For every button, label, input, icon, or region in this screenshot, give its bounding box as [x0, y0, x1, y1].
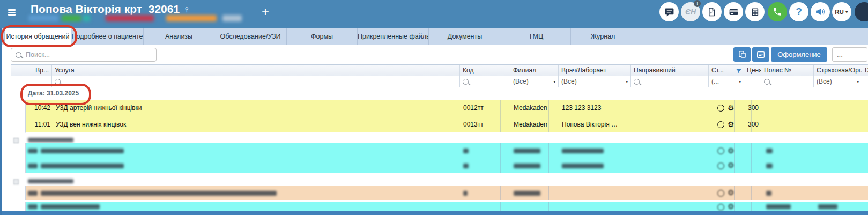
profile-partial-icon[interactable] [855, 2, 868, 21]
column-header-price[interactable]: Цена [744, 65, 761, 76]
tab-documents[interactable]: Документы [429, 28, 501, 45]
chat-icon [664, 7, 674, 17]
cell-price: 300 [736, 100, 759, 116]
table-header-row: Вр... Услуга Код Филиал Врач/Лаборант На… [11, 64, 868, 76]
status-gear-icon[interactable]: ⚙ [728, 116, 735, 132]
filter-time[interactable] [25, 76, 52, 87]
patient-badges-redacted [0, 15, 322, 23]
tab-analyses[interactable]: Анализы [144, 28, 214, 45]
chevron-down-icon: ▾ [739, 77, 741, 87]
status-gear-icon[interactable]: ⚙ [728, 143, 735, 158]
filter-policy[interactable] [761, 76, 814, 87]
column-header-status[interactable]: Ст... [709, 65, 744, 76]
tab-attached-files[interactable]: Прикрепленные файлы [358, 28, 429, 45]
checkout-button[interactable]: Оформление [771, 47, 827, 62]
status-gear-icon[interactable]: ⚙ [728, 202, 735, 211]
phone-button[interactable] [768, 2, 787, 21]
redacted-text [41, 204, 100, 209]
search-icon [764, 79, 770, 85]
status-circle-icon[interactable] [717, 121, 724, 128]
chat-button[interactable] [659, 2, 679, 21]
filter-doctor-dropdown[interactable]: (Все)▾ [559, 76, 631, 87]
tab-forms[interactable]: Формы [287, 28, 358, 45]
redacted-text [463, 149, 469, 153]
pdf-icon [707, 7, 717, 17]
column-header-branch[interactable]: Филиал [510, 65, 559, 76]
filter-status-dropdown[interactable]: (...▾ [709, 76, 744, 87]
date-group-row-redacted[interactable] [11, 176, 868, 186]
search-icon [463, 79, 469, 85]
payment-card-button[interactable] [724, 2, 743, 21]
status-gear-icon[interactable]: ⚙ [728, 186, 735, 200]
status-gear-icon[interactable]: ⚙ [728, 100, 735, 116]
status-circle-icon[interactable] [717, 147, 724, 154]
filter-price[interactable] [744, 76, 761, 87]
filter-funnel-icon[interactable] [736, 67, 742, 76]
table-row-redacted[interactable]: ⚙ [25, 143, 868, 158]
column-header-referrer[interactable]: Направивший [631, 65, 709, 76]
column-header-time[interactable]: Вр... [25, 65, 52, 76]
chevron-down-icon: ▼ [845, 10, 849, 14]
table-row-redacted[interactable]: ⚙ [25, 158, 868, 173]
filter-service[interactable] [52, 76, 460, 87]
filter-branch-dropdown[interactable]: (Все)▾ [510, 76, 559, 87]
filter-branch-value: (Все) [513, 77, 529, 87]
cell-branch: Medakadem [514, 100, 547, 116]
tab-history[interactable]: История обращений [4, 28, 71, 45]
status-gear-icon[interactable]: ⚙ [728, 158, 735, 173]
table-row-redacted[interactable]: ⚙ [25, 202, 868, 211]
collapse-icon[interactable] [13, 138, 19, 143]
filter-code[interactable] [460, 76, 510, 87]
cell-doctor: Попова Вікторія Віталіїв... [562, 116, 619, 132]
more-input[interactable] [832, 47, 867, 62]
redacted-badge [83, 15, 90, 21]
filter-referrer[interactable] [631, 76, 709, 87]
calculator-button[interactable] [745, 2, 765, 21]
collapse-icon[interactable] [13, 179, 19, 184]
column-header-d[interactable]: D [862, 65, 868, 76]
cell-code: 0013тт [463, 116, 498, 132]
redacted-badge [106, 15, 154, 21]
column-header-doctor[interactable]: Врач/Лаборант [559, 65, 631, 76]
add-tab-button[interactable]: + [262, 4, 269, 19]
search-icon [55, 79, 61, 85]
cell-branch: Medakadem [514, 116, 547, 132]
filter-insurer-dropdown[interactable]: (Все)▾ [814, 76, 862, 87]
top-header-bar: Попова Вікторія крт_32061♀ + ЄН ! [0, 0, 868, 28]
cell-doctor: 123 123 3123 [562, 100, 619, 116]
tab-tmc[interactable]: ТМЦ [501, 28, 571, 45]
assistant-logo-icon: ЄН [685, 8, 696, 16]
column-header-service[interactable]: Услуга [52, 65, 460, 76]
cell-service: УЗД артерій нижньої кінцівки [56, 100, 431, 116]
redacted-text [562, 149, 604, 153]
redacted-badge [222, 15, 242, 21]
column-header-policy[interactable]: Полис № [761, 65, 814, 76]
filter-d [862, 76, 868, 87]
status-circle-icon[interactable] [717, 204, 724, 211]
toolbar: Оформление [0, 45, 868, 64]
duplicate-window-button[interactable] [733, 47, 751, 62]
announcements-button[interactable] [811, 2, 830, 21]
date-group-row[interactable]: Дата: 31.03.2025 [11, 87, 868, 100]
table-row-redacted[interactable]: ⚙ [25, 186, 868, 200]
status-circle-icon[interactable] [717, 162, 724, 169]
table-row[interactable]: 10:42 УЗД артерій нижньої кінцівки 0012т… [25, 100, 868, 116]
redacted-text [766, 164, 773, 168]
help-button[interactable]: ? [789, 2, 808, 21]
tab-journal[interactable]: Журнал [571, 28, 635, 45]
table-row[interactable]: 11:01 УЗД вен нижніх кінцівок 0013тт Med… [25, 116, 868, 133]
search-input[interactable] [25, 50, 152, 59]
table-filter-row: (Все)▾ (Все)▾ (...▾ (Все)▾ [11, 76, 868, 87]
language-selector[interactable]: RU▼ [832, 2, 851, 21]
redacted-text [766, 204, 791, 209]
status-circle-icon[interactable] [717, 105, 724, 112]
column-header-insurer[interactable]: Страховая/Орг... [814, 65, 862, 76]
card-terminal-button[interactable] [752, 47, 769, 62]
tab-patient-details[interactable]: Подробнее о пациенте [71, 28, 144, 45]
column-header-code[interactable]: Код [460, 65, 510, 76]
phone-icon [773, 7, 782, 17]
tab-examination-uzi[interactable]: Обследование/УЗИ [214, 28, 287, 45]
cell-code: 0012тт [463, 100, 498, 116]
status-circle-icon[interactable] [717, 190, 724, 197]
pdf-button[interactable] [702, 2, 722, 21]
